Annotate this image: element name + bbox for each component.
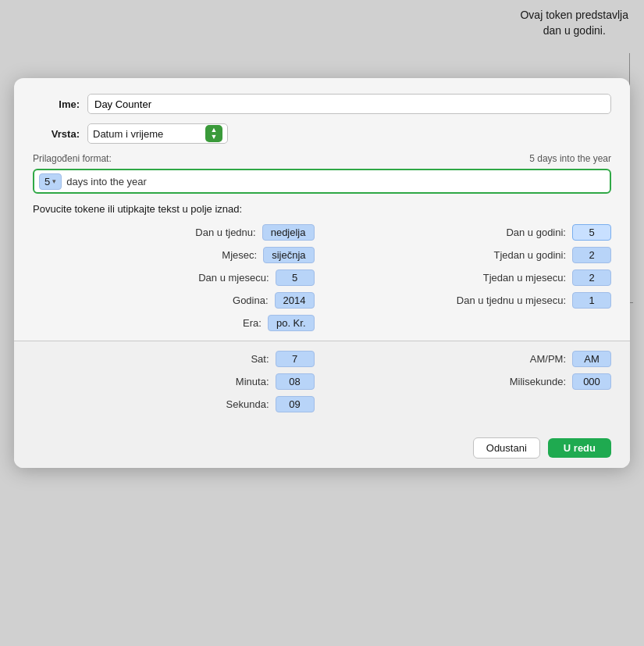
token-row-left-3: Godina: 2014 [33,292,315,309]
token-row-right-2: Tjedan u mjesecu: 2 [330,269,612,286]
time-token[interactable]: 7 [276,351,315,367]
token-row-right-1: Tjedan u godini: 2 [330,247,612,263]
token-chip[interactable]: 2 [572,269,611,286]
token-label: Dan u mjesecu: [198,272,269,284]
token-label: Era: [243,317,262,329]
token-label: Godina: [233,294,269,306]
time-row-left-0: Sat: 7 [33,351,315,367]
time-token[interactable]: 08 [276,373,315,390]
left-tokens: Dan u tjednu: nedjeljaMjesec: siječnjaDa… [33,224,315,331]
token-chip[interactable]: 1 [572,292,611,309]
token-chip[interactable]: 2014 [275,292,315,309]
type-select[interactable]: Datum i vrijeme ▲▼ [87,123,228,144]
tooltip-line1: Ovaj token predstavlja [520,9,628,21]
name-label: Ime: [33,98,80,110]
token-row-right-0: Dan u godini: 5 [330,224,612,241]
token-label: Dan u tjednu u mjesecu: [457,294,566,306]
tooltip-line2: dan u godini. [543,24,606,37]
token-label: Mjesec: [222,249,257,261]
time-token[interactable]: AM [572,351,611,367]
format-text: days into the year [65,176,148,187]
time-section: Sat: 7Minuta: 08Sekunda: 09 AM/PM: AMMil… [14,341,630,428]
type-label: Vrsta: [33,128,80,140]
time-label: Milisekunde: [510,376,566,387]
ok-button[interactable]: U redu [548,438,611,458]
token-chip[interactable]: 5 [276,269,315,286]
time-row-right-0: AM/PM: AM [330,351,612,367]
tooltip: Ovaj token predstavlja dan u godini. [520,8,628,38]
time-row-left-1: Minuta: 08 [33,373,315,390]
tokens-grid: Dan u tjednu: nedjeljaMjesec: siječnjaDa… [33,224,611,337]
token-chip[interactable]: 2 [572,247,611,263]
time-right: AM/PM: AMMilisekunde: 000 [330,351,612,390]
time-label: Minuta: [236,376,269,387]
time-left: Sat: 7Minuta: 08Sekunda: 09 [33,351,315,412]
name-input[interactable] [87,94,611,114]
custom-format-header: Prilagođeni format: 5 days into the year [33,153,611,164]
token-row-left-1: Mjesec: siječnja [33,247,315,263]
type-select-arrows[interactable]: ▲▼ [205,125,222,142]
time-row-left-2: Sekunda: 09 [33,396,315,412]
time-label: Sekunda: [226,398,269,410]
token-label: Tjedan u mjesecu: [483,272,566,284]
token-label: Tjedan u godini: [493,249,566,261]
dialog: Ime: Vrsta: Datum i vrijeme ▲▼ Prilagođe… [14,78,630,468]
dialog-footer: Odustani U redu [14,428,630,468]
name-row: Ime: [33,94,611,114]
time-left-col: Sat: 7Minuta: 08Sekunda: 09 [33,351,315,419]
day-of-year-token[interactable]: 5 ▾ [39,173,62,190]
time-grid: Sat: 7Minuta: 08Sekunda: 09 AM/PM: AMMil… [33,351,611,419]
token-chip[interactable]: nedjelja [262,224,315,241]
tokens-left-col: Dan u tjednu: nedjeljaMjesec: siječnjaDa… [33,224,315,337]
time-token[interactable]: 09 [276,396,315,412]
custom-format-input[interactable]: 5 ▾ days into the year [33,169,611,194]
token-row-left-4: Era: po. Kr. [33,315,315,331]
cancel-button[interactable]: Odustani [473,437,540,459]
right-tokens: Dan u godini: 5Tjedan u godini: 2Tjedan … [330,224,612,309]
token-value: 5 [44,176,50,187]
token-row-left-0: Dan u tjednu: nedjelja [33,224,315,241]
time-token[interactable]: 000 [572,373,611,390]
token-chip[interactable]: 5 [572,224,611,241]
time-label: Sat: [251,353,269,365]
custom-format-preview: 5 days into the year [529,153,611,164]
time-row-right-1: Milisekunde: 000 [330,373,612,390]
token-chevron: ▾ [52,177,56,185]
token-row-left-2: Dan u mjesecu: 5 [33,269,315,286]
time-right-col: AM/PM: AMMilisekunde: 000 [330,351,612,419]
token-label: Dan u tjednu: [195,227,255,238]
token-chip[interactable]: po. Kr. [268,315,315,331]
type-row: Vrsta: Datum i vrijeme ▲▼ [33,123,611,144]
token-chip[interactable]: siječnja [263,247,314,263]
time-label: AM/PM: [530,353,566,365]
tokens-right-col: Dan u godini: 5Tjedan u godini: 2Tjedan … [330,224,612,337]
tokens-instruction: Povucite tokene ili utipkajte tekst u po… [33,203,611,215]
custom-format-label: Prilagođeni format: [33,153,112,164]
type-value: Datum i vrijeme [93,128,201,140]
token-label: Dan u godini: [506,227,566,238]
token-row-right-3: Dan u tjednu u mjesecu: 1 [330,292,612,309]
custom-format-section: Prilagođeni format: 5 days into the year… [33,153,611,194]
